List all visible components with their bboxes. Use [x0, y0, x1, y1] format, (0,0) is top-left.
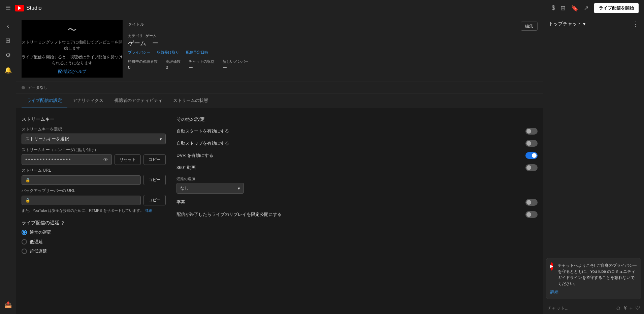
dollar-icon[interactable]: $ [552, 4, 555, 11]
copy-key-button[interactable]: コピー [143, 154, 166, 165]
share-icon[interactable]: ↗ [584, 4, 589, 12]
latency-option-low[interactable]: 低遅延 [22, 239, 166, 245]
tab-analytics[interactable]: アナリティクス [67, 93, 109, 108]
stat-viewers: 待機中の視聴者数 0 [128, 59, 158, 71]
tab-live-settings[interactable]: ライブ配信の設定 [22, 93, 67, 108]
stream-key-dropdown[interactable]: ストリームキーを選択 ▾ [22, 134, 166, 144]
game-title: ゲーム ー [128, 39, 538, 47]
tab-viewer-activity[interactable]: 視聴者のアクティビティ [109, 93, 168, 108]
stream-key-input-label: ストリームキー（エンコーダに貼り付け） [22, 147, 166, 153]
chat-detail-link[interactable]: 詳細 [550, 289, 637, 295]
rtmps-note-text: また、YouTube は安全な接続のために、RTMPS をサポートしています。 [22, 208, 144, 212]
start-live-button[interactable]: ライブ配信を開始 [594, 3, 639, 13]
viewers-value: 0 [128, 65, 158, 70]
autostop-toggle[interactable] [525, 140, 538, 147]
help-icon[interactable]: ? [61, 220, 64, 226]
bookmark-icon[interactable]: 🔖 [571, 4, 578, 12]
top-nav: ☰ Studio $ ⊞ 🔖 ↗ ライブ配信を開始 [0, 0, 644, 16]
preview-help-link[interactable]: 配信設定ヘルプ [58, 69, 86, 75]
chat-footer-icons: ☺ ¥ + ♡ [615, 305, 640, 311]
copy-url-button[interactable]: コピー [143, 175, 166, 185]
category-value: ゲーム [146, 33, 157, 38]
chat-yt-icon [550, 262, 553, 270]
members-value: ー [223, 65, 249, 71]
latency-add-value: なし [180, 185, 189, 191]
settings-content: ストリームキー ストリームキーを選択 ストリームキーを選択 ▾ ストリームキー（… [16, 108, 543, 314]
toggle-360: 360° 動画 [176, 164, 538, 171]
add-icon[interactable]: + [630, 305, 633, 311]
chat-welcome-box: チャットへようこそ! ご自身のプライバシーを守るとともに、YouTube のコミ… [546, 258, 641, 299]
replay-toggle[interactable] [525, 211, 538, 218]
toggle-subtitle: 字幕 [176, 199, 538, 206]
chat-chevron-icon: ▾ [583, 21, 585, 27]
sidebar-icon-settings[interactable]: ⚙ [1, 49, 15, 62]
latency-add-label: 遅延の追加 [176, 176, 538, 181]
emoji-icon[interactable]: ☺ [615, 305, 621, 311]
backup-url-row: 🔒 コピー [22, 195, 166, 205]
radio-normal-label: 通常の遅延 [30, 229, 52, 235]
likes-label: 高評価数 [166, 59, 181, 64]
data-dot-icon [22, 86, 25, 89]
radio-ultralow-circle [22, 249, 27, 254]
preview-text-1: ストリーミングソフトウェアに接続してプレビューを開始します [22, 39, 123, 51]
backup-url-label: バックアップサーバーの URL [22, 188, 166, 194]
subtitle-toggle[interactable] [525, 199, 538, 206]
chat-body: チャットへようこそ! ご自身のプライバシーを守るとともに、YouTube のコミ… [543, 32, 644, 302]
revenue-label: 収益受け取り [157, 50, 179, 55]
autostart-toggle[interactable] [525, 128, 538, 135]
latency-title-text: ライブ配信の遅延 [22, 220, 59, 226]
currency-icon[interactable]: ¥ [624, 305, 627, 311]
studio-logo-text: Studio [26, 5, 41, 11]
tabs-bar: ライブ配信の設定 アナリティクス 視聴者のアクティビティ ストリームの状態 [16, 93, 543, 108]
privacy-label: プライバシー [128, 50, 150, 55]
latency-add-dropdown[interactable]: なし ▾ [176, 183, 244, 194]
copy-backup-url-button[interactable]: コピー [143, 195, 166, 205]
360-toggle[interactable] [525, 164, 538, 171]
other-settings-title: その他の設定 [176, 116, 538, 122]
dvr-label: DVR を有効にする [176, 152, 213, 159]
scheduled-label: 配信予定日時 [186, 50, 208, 55]
chat-yt-play-icon [550, 265, 553, 268]
sidebar-icon-notification[interactable]: 🔔 [1, 63, 15, 77]
radio-ultralow-label: 超低遅延 [30, 248, 47, 254]
grid-icon[interactable]: ⊞ [560, 4, 566, 12]
chat-panel: トップチャット ▾ ⋮ チャットへようこそ! ご自身のプライバシーを守るとともに… [543, 16, 644, 314]
reset-button[interactable]: リセット [115, 154, 141, 165]
radio-normal-circle [22, 230, 27, 235]
eye-icon[interactable]: 👁 [103, 157, 108, 162]
latency-title: ライブ配信の遅延 ? [22, 220, 166, 226]
latency-add-chevron-icon: ▾ [238, 186, 240, 191]
heart-icon[interactable]: ♡ [635, 305, 640, 311]
chat-title: トップチャット ▾ [549, 21, 585, 27]
members-label: 新しいメンバー [223, 59, 249, 64]
latency-option-ultralow[interactable]: 超低遅延 [22, 248, 166, 254]
autostop-label: 自動ストップを有効にする [176, 140, 229, 146]
edit-button[interactable]: 編集 [521, 22, 538, 31]
preview-smile-icon: 〜 [67, 24, 77, 36]
sidebar-icon-upload[interactable]: 📤 [1, 298, 15, 311]
main-layout: ‹ ⊞ ⚙ 🔔 📤 〜 ストリーミングソフトウェアに接続してプレビューを開始しま… [0, 16, 644, 314]
stat-revenue: チャットの収益 ー [189, 59, 215, 71]
settings-left: ストリームキー ストリームキーを選択 ストリームキーを選択 ▾ ストリームキー（… [22, 116, 176, 306]
dvr-toggle[interactable] [525, 152, 538, 159]
nav-left: ☰ Studio [5, 4, 41, 12]
replay-label: 配信が終了したらライブのリプレイを限定公開にする [176, 211, 282, 218]
chat-input[interactable] [547, 306, 613, 311]
chat-header: トップチャット ▾ ⋮ [543, 16, 644, 32]
chat-welcome-text: チャットへようこそ! ご自身のプライバシーを守るとともに、YouTube のコミ… [558, 262, 637, 287]
sidebar-icon-grid[interactable]: ⊞ [1, 34, 15, 47]
chat-menu-icon[interactable]: ⋮ [633, 20, 639, 28]
stream-header: 〜 ストリーミングソフトウェアに接続してプレビューを開始します ライブ配信を開始… [16, 16, 543, 82]
sidebar: ‹ ⊞ ⚙ 🔔 📤 [0, 16, 16, 314]
stream-key-dropdown-value: ストリームキーを選択 [25, 136, 69, 142]
chat-title-text: トップチャット [549, 21, 582, 27]
stream-url-input: 🔒 [22, 175, 141, 185]
hamburger-icon[interactable]: ☰ [5, 4, 11, 12]
tab-stream-status[interactable]: ストリームの状態 [168, 93, 214, 108]
rtmps-detail-link[interactable]: 詳細 [145, 208, 152, 212]
backup-url-input: 🔒 [22, 196, 141, 205]
back-icon[interactable]: ‹ [1, 19, 15, 32]
latency-option-normal[interactable]: 通常の遅延 [22, 229, 166, 235]
content-area: 〜 ストリーミングソフトウェアに接続してプレビューを開始します ライブ配信を開始… [16, 16, 543, 314]
stream-key-dots: •••••••••••••••• [25, 156, 72, 163]
